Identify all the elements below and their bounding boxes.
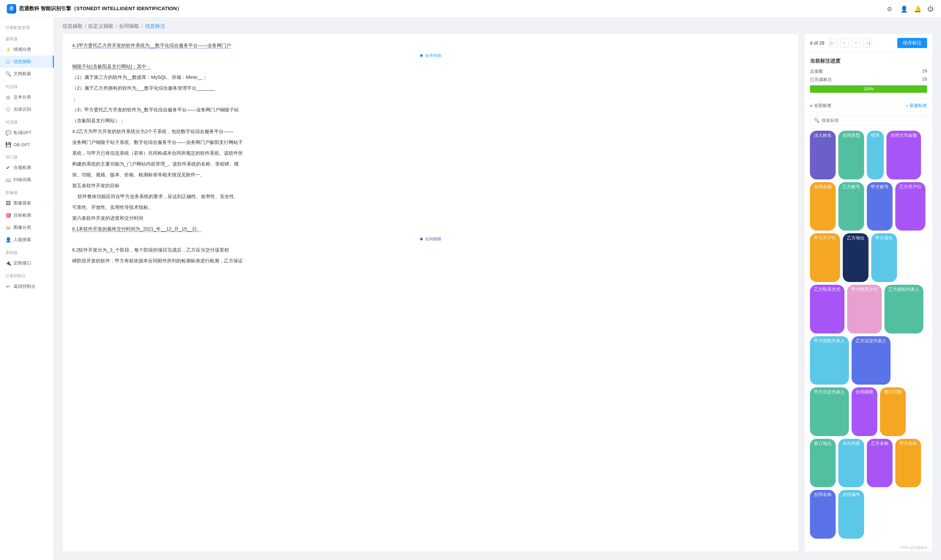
tag-chip[interactable]: 乙方地址 bbox=[843, 233, 869, 282]
doc-line-6: （3）甲方委托乙方开发的软件为_数字化综合服务平台——业务网门户铜陵子站 bbox=[72, 105, 789, 114]
page-last-button[interactable]: →| bbox=[863, 38, 872, 48]
breadcrumb: 信息抽取 / 自定义抽取 / 合同抽取 / 信息标注 bbox=[54, 18, 941, 34]
tag-chip[interactable]: 乙方授权代表人 bbox=[884, 285, 923, 334]
tag-chip[interactable]: 合同大写金额 bbox=[887, 131, 921, 180]
sidebar-label-image-classify: 图像分类 bbox=[14, 225, 31, 231]
sidebar-label-compliance: 合规检测 bbox=[14, 165, 31, 171]
right-panel: 4 of 29 |← ‹ › →| 保存标注 当前标注进度 总条数 29 已完成… bbox=[804, 34, 933, 552]
arrow-icon: › bbox=[48, 202, 48, 205]
sidebar: 引擎配置管理 篇章级 ⚡ 情感分类 ◻ 信息抽取 🔍 文档检索 句法级 ◎ 文本… bbox=[0, 18, 54, 560]
tag-chip[interactable]: 合同金额 bbox=[810, 182, 836, 231]
user-icon[interactable]: 👤 bbox=[900, 5, 907, 12]
power-icon[interactable]: ⏻ bbox=[927, 5, 934, 12]
breadcrumb-sep-3: / bbox=[141, 23, 143, 29]
compliance-icon: ✔ bbox=[5, 165, 11, 170]
tag-chip[interactable]: 甲方法定代表人 bbox=[810, 387, 849, 436]
object-detect-icon: 🎯 bbox=[5, 212, 11, 218]
page-next-button[interactable]: › bbox=[852, 38, 860, 48]
save-annotate-button[interactable]: 保存标注 bbox=[897, 38, 927, 48]
label-contract-period-text: 合同期限 bbox=[425, 235, 441, 243]
progress-bar-fill: 100% bbox=[810, 85, 927, 93]
tag-chip[interactable]: 合同类型 bbox=[838, 131, 864, 180]
tag-search-input[interactable] bbox=[821, 118, 923, 123]
sidebar-item-back-console[interactable]: ↩ 返回控制台 bbox=[0, 280, 54, 292]
breadcrumb-sep-2: / bbox=[116, 23, 117, 29]
tag-chip[interactable]: 乙方名称 bbox=[867, 439, 893, 488]
sidebar-label-back: 返回控制台 bbox=[14, 283, 35, 289]
sidebar-item-doc-search[interactable]: 🔍 文档检索 bbox=[0, 68, 54, 80]
private-gpt-icon: 💬 bbox=[5, 130, 11, 135]
breadcrumb-item-4: 信息标注 bbox=[145, 23, 165, 29]
tag-search-box[interactable]: 🔍 bbox=[810, 115, 927, 125]
doc-line-12: 块、功能、规格、版本、价格、检测标准等相关情况见附件一。 bbox=[72, 170, 789, 180]
db-gpt-icon: 💾 bbox=[5, 142, 11, 147]
notification-icon[interactable]: 🔔 bbox=[914, 5, 921, 12]
tags-all-icon: ≡ bbox=[810, 103, 813, 108]
page-first-button[interactable]: |← bbox=[829, 38, 837, 48]
tag-chip[interactable]: 甲方账号 bbox=[867, 182, 893, 231]
sidebar-item-compliance[interactable]: ✔ 合规检测 bbox=[0, 162, 54, 174]
sidebar-item-face-search[interactable]: 👤 人脸搜索 bbox=[0, 234, 54, 246]
sidebar-label-emotion: 情感分类 bbox=[14, 46, 31, 52]
doc-search-icon: 🔍 bbox=[5, 71, 11, 77]
progress-section: 当前标注进度 总条数 29 已完成标注 29 100% bbox=[804, 52, 933, 98]
tag-chip[interactable]: 法人姓名 bbox=[810, 131, 836, 180]
sidebar-item-emotion-classify[interactable]: ⚡ 情感分类 bbox=[0, 43, 54, 55]
main-layout: 引擎配置管理 篇章级 ⚡ 情感分类 ◻ 信息抽取 🔍 文档检索 句法级 ◎ 文本… bbox=[0, 18, 941, 560]
dot-blue bbox=[420, 54, 423, 57]
sidebar-item-db-gpt[interactable]: 💾 DB-GPT bbox=[0, 139, 54, 150]
doc-line-5: ； bbox=[72, 94, 789, 104]
sidebar-label-entity: 实体识别 bbox=[14, 106, 31, 112]
new-tag-button[interactable]: + 新建标签 bbox=[906, 103, 927, 109]
sidebar-group-console: 引擎控制台 bbox=[0, 269, 54, 280]
tag-chip[interactable]: 乙方法定代表人 bbox=[852, 336, 890, 385]
tag-chip[interactable]: 甲方名称 bbox=[895, 439, 921, 488]
sidebar-item-image-search[interactable]: 🖼 图像搜索 › bbox=[0, 197, 54, 209]
sidebar-item-correction[interactable]: 📖 纠错词典 bbox=[0, 174, 54, 186]
document-panel[interactable]: 4.1甲方委托乙方所开发的软件系统为__数字化综合服务平台——业务网门户 合作内… bbox=[62, 34, 799, 552]
doc-line-10: 系统，与甲方已有信息系统（若有）共同构成本合同所规定的软件系统。该软件所 bbox=[72, 148, 789, 158]
tag-chip[interactable]: 合同名称 bbox=[810, 490, 836, 538]
breadcrumb-item-2: 自定义抽取 bbox=[88, 23, 114, 29]
tag-chip[interactable]: 合作内容 bbox=[838, 439, 864, 488]
footer-note: CSDN @思通数科... bbox=[804, 544, 933, 552]
tag-chip[interactable]: 税率 bbox=[867, 131, 884, 180]
all-tags-button[interactable]: ≡ 全部标签 bbox=[810, 103, 832, 109]
doc-line-15: 可靠性、开放性、实用性等技术指标。 bbox=[72, 203, 789, 212]
tag-chip[interactable]: 合同编号 bbox=[838, 490, 864, 538]
image-search-icon: 🖼 bbox=[5, 200, 11, 206]
sidebar-label-custom-api: 定制接口 bbox=[14, 260, 31, 266]
tag-chip[interactable]: 乙方开户行 bbox=[895, 182, 926, 231]
breadcrumb-sep-1: / bbox=[85, 23, 86, 29]
tag-chip[interactable]: 甲方地址 bbox=[871, 233, 897, 282]
tag-chip[interactable]: 甲方授权代表人 bbox=[810, 336, 849, 385]
progress-bar-wrap: 100% bbox=[810, 85, 927, 93]
progress-done-value: 29 bbox=[923, 77, 927, 83]
tag-chip[interactable]: 甲方开户行 bbox=[810, 233, 840, 282]
tag-chip[interactable]: 合同期限 bbox=[852, 387, 877, 436]
info-extract-icon: ◻ bbox=[5, 59, 11, 64]
back-icon: ↩ bbox=[5, 284, 11, 289]
doc-text-underline-blue-1: 4.1甲方委托乙方所开发的软件系统为__数字化综合服务平台——业务网门户 bbox=[72, 43, 231, 48]
sidebar-item-entity-recognize[interactable]: ⬡ 实体识别 bbox=[0, 103, 54, 115]
sidebar-item-info-extract[interactable]: ◻ 信息抽取 bbox=[0, 55, 54, 68]
sidebar-label-object-detect: 目标检测 bbox=[14, 212, 31, 218]
tag-cloud: 法人姓名合同类型税率合同大写金额合同金额乙方账号甲方账号乙方开户行甲方开户行乙方… bbox=[804, 128, 933, 544]
tag-chip[interactable]: 签订日期 bbox=[880, 387, 906, 436]
tag-chip[interactable]: 乙方联系方式 bbox=[810, 285, 844, 334]
page-prev-button[interactable]: ‹ bbox=[840, 38, 849, 48]
text-classify-icon: ◎ bbox=[5, 94, 11, 100]
progress-total-value: 29 bbox=[923, 68, 927, 74]
tag-chip[interactable]: 乙方账号 bbox=[838, 182, 864, 231]
sidebar-item-text-classify[interactable]: ◎ 文本分类 bbox=[0, 91, 54, 103]
sidebar-item-image-classify[interactable]: 🗂 图像分类 bbox=[0, 222, 54, 234]
sidebar-item-object-detect[interactable]: 🎯 目标检测 bbox=[0, 209, 54, 222]
doc-line-13: 第五条软件开发的目标 bbox=[72, 181, 789, 190]
settings-icon[interactable]: ⚙ bbox=[887, 5, 893, 12]
tag-chip[interactable]: 签订地点 bbox=[810, 439, 836, 488]
sidebar-item-custom-api[interactable]: 🔌 定制接口 bbox=[0, 257, 54, 269]
breadcrumb-item-1: 信息抽取 bbox=[62, 23, 83, 29]
tag-chip[interactable]: 甲方联系方式 bbox=[847, 285, 882, 334]
sidebar-item-private-gpt[interactable]: 💬 私域GPT bbox=[0, 127, 54, 139]
doc-line-16: 第六条软件开发的进度和交付时间 bbox=[72, 213, 789, 223]
